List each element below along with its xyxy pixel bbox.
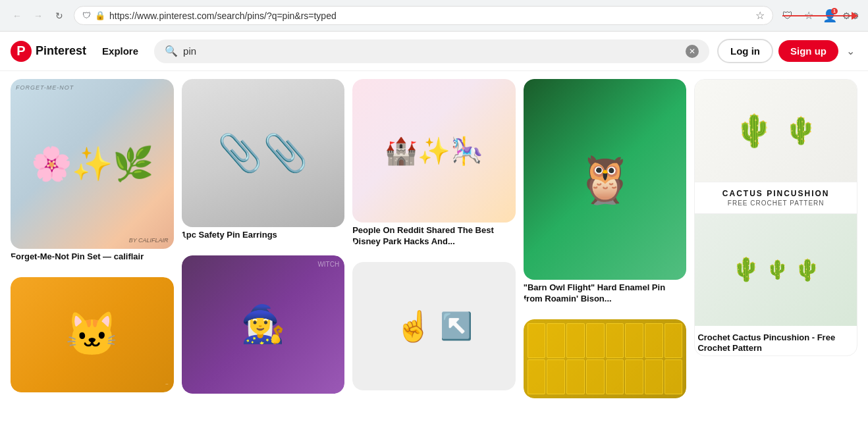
pin-card[interactable]: ☝️ ↖️	[352, 262, 516, 390]
cactus-title: CACTUS PINCUSHION	[703, 189, 849, 199]
cactus-emoji-1: 🌵	[734, 113, 774, 149]
pin-label: "Barn Owl Flight" Hard Enamel Pin from R…	[524, 280, 687, 305]
pin-label: Forget-Me-Not Pin Set — califlair	[11, 249, 174, 263]
pin-card[interactable]: 🏰✨🎠 People On Reddit Shared The Best Dis…	[352, 79, 516, 248]
pin-column-1: FORGET-ME-NOT 🌸✨🌿 BY CALIFLAIR Forget-Me…	[11, 79, 174, 400]
pin-image-emoji: 🦉	[576, 153, 634, 207]
red-arrow-annotation	[782, 12, 858, 20]
pin-card[interactable]: 📎📎 1pc Safety Pin Earrings	[182, 79, 345, 241]
pins-grid: FORGET-ME-NOT 🌸✨🌿 BY CALIFLAIR Forget-Me…	[0, 71, 868, 414]
cactus-bottom-image: 🌵 🌵 🌵	[695, 214, 857, 326]
pin-column-2: 📎📎 1pc Safety Pin Earrings WITCH 🧙‍♀️	[182, 79, 345, 402]
search-bar: 🔍 ✕	[154, 39, 709, 63]
signup-button[interactable]: Sign up	[778, 40, 838, 62]
login-button[interactable]: Log in	[717, 39, 773, 63]
pin-card[interactable]	[524, 319, 687, 398]
forward-button[interactable]: →	[29, 7, 47, 25]
pin-card[interactable]: WITCH 🧙‍♀️	[182, 255, 345, 394]
cactus-pincushion-card[interactable]: 🌵 🌵 CACTUS PINCUSHION FREE CROCHET PATTE…	[694, 79, 857, 356]
pin-card[interactable]: 🦉 "Barn Owl Flight" Hard Enamel Pin from…	[524, 79, 687, 305]
bg-text: WITCH	[317, 261, 339, 268]
cactus-top-image: 🌵 🌵	[695, 80, 857, 182]
browser-chrome: ← → ↻ 🛡 🔒 ☆ 🛡 ☆ 👤 1 ⚙⚙	[0, 0, 868, 32]
pinterest-logo-text: Pinterest	[36, 44, 86, 58]
reload-button[interactable]: ↻	[50, 7, 68, 25]
header-right: Log in Sign up ⌄	[717, 39, 857, 63]
pin-label: 1pc Safety Pin Earrings	[182, 227, 345, 241]
cactus-bottom-label-area: Crochet Cactus Pincushion - Free Crochet…	[695, 326, 857, 356]
pin-column-4: 🦉 "Barn Owl Flight" Hard Enamel Pin from…	[524, 79, 687, 406]
shield-icon: 🛡	[82, 11, 91, 20]
bg-texture: ~	[165, 381, 169, 387]
chevron-down-icon[interactable]: ⌄	[844, 42, 857, 60]
star-icon[interactable]: ☆	[755, 9, 765, 22]
pin-label: People On Reddit Shared The Best Disney …	[352, 223, 516, 248]
pin-column-5: 🌵 🌵 CACTUS PINCUSHION FREE CROCHET PATTE…	[694, 79, 857, 364]
cactus-emoji-3: 🌵	[732, 256, 761, 283]
pin-column-3: 🏰✨🎠 People On Reddit Shared The Best Dis…	[352, 79, 516, 398]
brand-watermark: BY CALIFLAIR	[129, 237, 169, 244]
address-bar[interactable]	[109, 11, 751, 21]
search-clear-button[interactable]: ✕	[686, 45, 699, 58]
explore-button[interactable]: Explore	[94, 40, 146, 62]
cactus-emoji-4: 🌵	[766, 259, 789, 280]
pin-image-emoji: 🏰✨🎠	[385, 136, 483, 167]
cactus-label-middle: CACTUS PINCUSHION FREE CROCHET PATTERN	[695, 182, 857, 214]
browser-nav-buttons: ← → ↻	[8, 7, 68, 25]
pin-card[interactable]: FORGET-ME-NOT 🌸✨🌿 BY CALIFLAIR Forget-Me…	[11, 79, 174, 263]
search-input[interactable]	[183, 45, 680, 57]
pin-image-emoji: 🌸✨🌿	[31, 145, 153, 183]
pinterest-logo-icon: P	[11, 41, 32, 62]
pinterest-logo[interactable]: P Pinterest	[11, 41, 86, 62]
cactus-subtitle: FREE CROCHET PATTERN	[703, 199, 849, 207]
address-bar-wrapper: 🛡 🔒 ☆	[74, 6, 773, 25]
search-icon: 🔍	[165, 45, 178, 57]
cactus-emoji-2: 🌵	[784, 115, 817, 146]
cactus-emoji-5: 🌵	[794, 257, 821, 282]
pin-image-emoji: 📎📎	[217, 132, 308, 174]
watermark: FORGET-ME-NOT	[16, 84, 74, 91]
back-button[interactable]: ←	[8, 7, 26, 25]
pin-image-emoji: 🧙‍♀️	[240, 303, 286, 346]
pin-image-emoji-2: ↖️	[440, 311, 473, 342]
lock-icon: 🔒	[95, 11, 105, 20]
pin-card[interactable]: 🐱 ~	[11, 277, 174, 392]
pin-image-emoji: 🐱	[65, 309, 119, 359]
pinterest-header: P Pinterest Explore 🔍 ✕ Log in Sign up ⌄	[0, 32, 868, 71]
pin-label: Crochet Cactus Pincushion - Free Crochet…	[697, 330, 854, 355]
pin-image-emoji: ☝️	[395, 309, 432, 344]
